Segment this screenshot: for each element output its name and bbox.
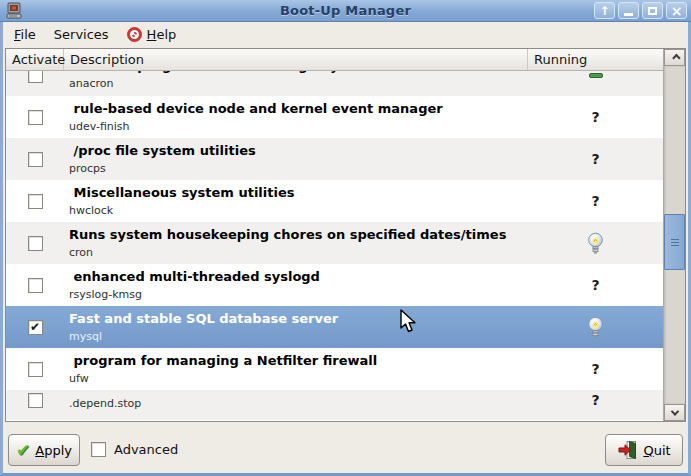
service-description: cron-like program that doesn't go by tim…	[69, 71, 528, 74]
close-icon: ×	[671, 4, 683, 18]
service-description: Miscellaneous system utilities	[69, 184, 528, 201]
service-description: Fast and stable SQL database server	[69, 310, 528, 327]
activate-checkbox[interactable]	[28, 194, 43, 209]
activate-checkbox[interactable]	[28, 152, 43, 167]
unknown-status-icon: ?	[591, 392, 599, 408]
unknown-status-icon: ?	[591, 151, 599, 167]
service-name: .depend.stop	[69, 397, 528, 410]
minimize-icon	[624, 13, 633, 16]
menu-help[interactable]: Help	[118, 24, 186, 45]
apply-check-icon: ✔	[16, 442, 30, 459]
footer-bar: ✔ Apply Advanced Quit	[3, 425, 688, 473]
shade-arrow-icon: ↑	[599, 5, 609, 17]
help-lifebuoy-icon	[127, 27, 142, 42]
service-name: cron	[69, 246, 528, 259]
activate-checkbox[interactable]	[28, 71, 43, 83]
table-row-anacron[interactable]: cron-like program that doesn't go by tim…	[6, 71, 663, 96]
activate-checkbox[interactable]	[28, 110, 43, 125]
vertical-scrollbar[interactable]	[663, 49, 685, 421]
menu-help-label: Help	[147, 27, 177, 42]
window-title: Boot-Up Manager	[0, 3, 691, 18]
menubar: File Services Help	[3, 22, 688, 46]
activate-checkbox[interactable]: ✔	[28, 320, 43, 335]
unknown-status-icon: ?	[591, 109, 599, 125]
table-row-hwclock[interactable]: Miscellaneous system utilitieshwclock?	[6, 180, 663, 222]
unknown-status-icon: ?	[591, 277, 599, 293]
scroll-up-button[interactable]	[664, 49, 685, 66]
unknown-status-icon: ?	[591, 361, 599, 377]
table-row-procps[interactable]: /proc file system utilitiesprocps?	[6, 138, 663, 180]
column-header-description[interactable]: Description	[64, 49, 528, 70]
table-row-mysql[interactable]: ✔Fast and stable SQL database servermysq…	[6, 306, 663, 348]
service-name: mysql	[69, 330, 528, 343]
column-header-running[interactable]: Running	[528, 49, 663, 70]
app-window-icon	[5, 2, 23, 20]
close-button[interactable]: ×	[666, 2, 687, 19]
activate-checkbox[interactable]	[28, 278, 43, 293]
service-description: rule-based device node and kernel event …	[69, 100, 528, 117]
service-description: enhanced multi-threaded syslogd	[69, 268, 528, 285]
service-name: rsyslog-kmsg	[69, 288, 528, 301]
lightbulb-running-icon	[587, 316, 604, 339]
service-name: procps	[69, 162, 528, 175]
shade-button[interactable]: ↑	[594, 2, 615, 19]
window-body: File Services Help Activate Description …	[0, 22, 691, 476]
maximize-icon	[648, 7, 657, 15]
apply-button-label: Apply	[35, 443, 72, 458]
scrollbar-track[interactable]	[664, 66, 685, 404]
chevron-down-icon	[670, 407, 678, 415]
service-name: anacron	[69, 77, 528, 90]
table-rows-viewport: cron-like program that doesn't go by tim…	[6, 71, 663, 421]
running-status-icon-partial	[589, 73, 603, 78]
menu-file[interactable]: File	[5, 24, 45, 45]
menu-services[interactable]: Services	[45, 24, 118, 45]
lightbulb-running-icon	[587, 232, 604, 255]
table-header: Activate Description Running	[6, 49, 663, 71]
advanced-checkbox[interactable]	[91, 442, 106, 457]
maximize-button[interactable]	[642, 2, 663, 19]
services-table: Activate Description Running cron-like p…	[5, 48, 686, 422]
boot-up-manager-window: Boot-Up Manager ↑ × File Services Help	[0, 0, 691, 476]
service-name: ufw	[69, 372, 528, 385]
menu-services-label: Services	[54, 27, 109, 42]
minimize-button[interactable]	[618, 2, 639, 19]
unknown-status-icon: ?	[591, 193, 599, 209]
service-description: program for managing a Netfilter firewal…	[69, 352, 528, 369]
advanced-label: Advanced	[114, 442, 178, 457]
chevron-up-icon	[672, 53, 680, 61]
activate-checkbox[interactable]	[28, 236, 43, 251]
menu-file-label: File	[14, 27, 36, 42]
scrollbar-thumb[interactable]	[664, 214, 685, 270]
activate-checkbox[interactable]	[28, 393, 43, 408]
apply-button[interactable]: ✔ Apply	[8, 434, 80, 466]
quit-button-label: Quit	[643, 443, 670, 458]
service-description: Runs system housekeeping chores on speci…	[69, 226, 528, 243]
table-row-rsyslog-kmsg[interactable]: enhanced multi-threaded syslogdrsyslog-k…	[6, 264, 663, 306]
quit-button[interactable]: Quit	[605, 434, 683, 466]
quit-exit-door-icon	[617, 440, 638, 460]
activate-checkbox[interactable]	[28, 362, 43, 377]
column-header-activate[interactable]: Activate	[6, 49, 64, 70]
service-name: udev-finish	[69, 120, 528, 133]
table-row-ufw[interactable]: program for managing a Netfilter firewal…	[6, 348, 663, 390]
table-row-udev-finish[interactable]: rule-based device node and kernel event …	[6, 96, 663, 138]
table-row-cron[interactable]: Runs system housekeeping chores on speci…	[6, 222, 663, 264]
checkmark-icon: ✔	[30, 321, 40, 333]
service-description: /proc file system utilities	[69, 142, 528, 159]
scroll-down-button[interactable]	[664, 404, 685, 421]
titlebar[interactable]: Boot-Up Manager ↑ ×	[0, 0, 691, 22]
table-row-.depend.stop[interactable]: .depend.stop?	[6, 390, 663, 420]
service-name: hwclock	[69, 204, 528, 217]
